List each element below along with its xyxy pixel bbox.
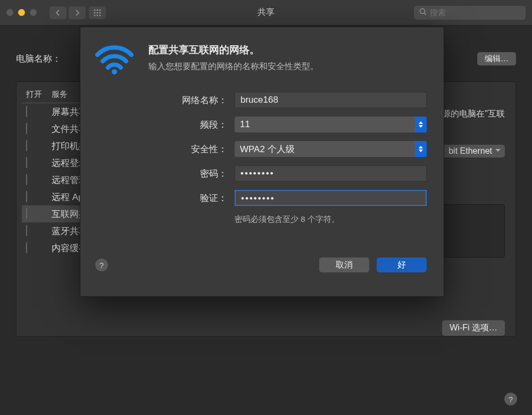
- checkbox-icon[interactable]: [26, 242, 27, 253]
- close-window-icon[interactable]: [6, 9, 13, 16]
- modal-title: 配置共享互联网的网络。: [148, 43, 319, 57]
- minimize-window-icon[interactable]: [18, 9, 25, 16]
- checkbox-icon[interactable]: [26, 225, 27, 236]
- svg-point-4: [97, 12, 98, 13]
- security-label: 安全性：: [95, 143, 235, 155]
- svg-point-1: [97, 9, 98, 11]
- modal-footer: ? 取消 好: [95, 258, 427, 272]
- detail-hint-text: 源的电脑在"互联: [442, 109, 505, 120]
- svg-point-0: [94, 9, 96, 11]
- chevron-updown-icon: [415, 117, 427, 132]
- password-input[interactable]: ••••••••: [235, 165, 427, 181]
- modal-help-button[interactable]: ?: [95, 259, 108, 271]
- col-service-header: 服务: [52, 89, 68, 99]
- wifi-icon: [95, 45, 134, 75]
- search-box[interactable]: [414, 6, 526, 20]
- nav-buttons: [49, 6, 86, 19]
- grid-view-button[interactable]: [89, 6, 106, 19]
- edit-button[interactable]: 编辑…: [477, 52, 516, 65]
- ethernet-dropdown[interactable]: bit Ethernet: [442, 145, 505, 157]
- svg-point-6: [94, 14, 96, 16]
- checkbox-icon[interactable]: [26, 106, 27, 117]
- channel-label: 频段：: [95, 119, 235, 131]
- checkbox-icon[interactable]: [26, 157, 27, 168]
- password-hint: 密码必须包含至少 8 个字符。: [235, 214, 427, 225]
- modal-subtitle: 输入您想要配置的网络的名称和安全性类型。: [148, 61, 319, 72]
- checkbox-icon[interactable]: [26, 208, 27, 219]
- svg-point-3: [94, 12, 96, 13]
- form-row-verify: 验证： ••••••••: [95, 190, 427, 206]
- traffic-lights: [6, 9, 37, 16]
- wifi-options-button[interactable]: Wi-Fi 选项…: [442, 320, 505, 336]
- verify-label: 验证：: [95, 192, 235, 204]
- channel-select-value: 11: [240, 119, 250, 130]
- checkbox-icon[interactable]: [26, 123, 27, 134]
- network-name-label: 网络名称：: [95, 94, 235, 106]
- checkbox-icon[interactable]: [26, 140, 27, 151]
- nav-back-button[interactable]: [49, 6, 66, 19]
- svg-line-10: [425, 13, 427, 15]
- form-rows: 网络名称： 频段： 11 安全性： WPA2 个人级: [95, 92, 427, 225]
- svg-point-8: [99, 14, 101, 16]
- titlebar: 共享: [0, 0, 532, 26]
- maximize-window-icon[interactable]: [30, 9, 37, 16]
- svg-point-11: [112, 69, 117, 74]
- ok-button[interactable]: 好: [377, 258, 427, 272]
- help-button[interactable]: ?: [504, 393, 517, 405]
- chevron-updown-icon: [415, 141, 427, 157]
- svg-point-5: [99, 12, 101, 13]
- ethernet-dropdown-label: bit Ethernet: [448, 146, 492, 155]
- svg-point-2: [99, 9, 101, 11]
- svg-point-7: [97, 14, 98, 16]
- svg-point-9: [420, 9, 425, 13]
- checkbox-icon[interactable]: [26, 174, 27, 185]
- wifi-config-modal: 配置共享互联网的网络。 输入您想要配置的网络的名称和安全性类型。 网络名称： 频…: [80, 27, 444, 297]
- cancel-button[interactable]: 取消: [319, 258, 369, 272]
- checkbox-icon[interactable]: [26, 191, 27, 202]
- computer-name-label: 电脑名称：: [16, 53, 61, 65]
- modal-titles: 配置共享互联网的网络。 输入您想要配置的网络的名称和安全性类型。: [148, 43, 319, 72]
- search-icon: [419, 8, 427, 18]
- form-row-network-name: 网络名称：: [95, 92, 427, 108]
- password-label: 密码：: [95, 168, 235, 180]
- col-open-header: 打开: [26, 89, 52, 99]
- security-select-value: WPA2 个人级: [240, 143, 295, 155]
- form-row-security: 安全性： WPA2 个人级: [95, 141, 427, 157]
- security-select[interactable]: WPA2 个人级: [235, 141, 427, 157]
- search-input[interactable]: [430, 8, 520, 17]
- form-row-channel: 频段： 11: [95, 117, 427, 132]
- modal-header: 配置共享互联网的网络。 输入您想要配置的网络的名称和安全性类型。: [95, 43, 427, 75]
- nav-forward-button[interactable]: [69, 6, 86, 19]
- network-name-input[interactable]: [235, 92, 427, 108]
- window-title: 共享: [257, 7, 275, 18]
- footer-buttons: 取消 好: [319, 258, 427, 272]
- verify-input[interactable]: ••••••••: [235, 190, 427, 206]
- channel-select[interactable]: 11: [235, 117, 427, 132]
- form-row-password: 密码： ••••••••: [95, 165, 427, 181]
